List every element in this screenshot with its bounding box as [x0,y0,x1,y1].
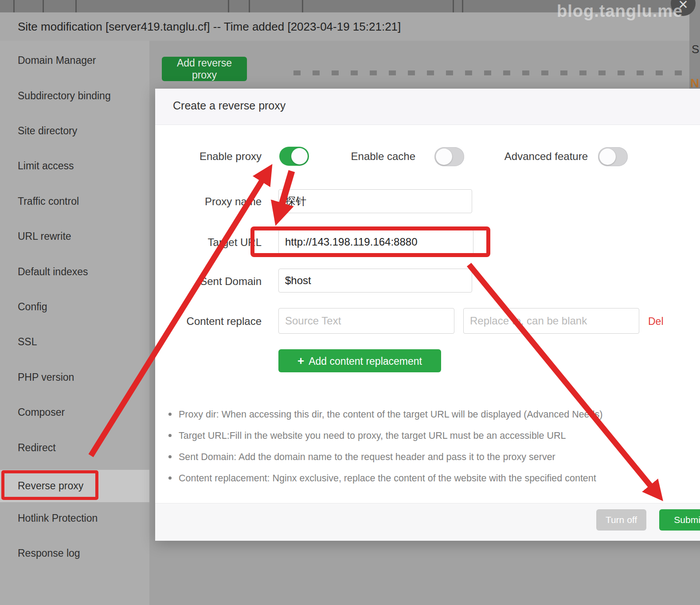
dialog-header: Create a reverse proxy [155,89,700,125]
note-proxy-dir: Proxy dir: When accessing this dir, the … [168,408,700,421]
sidebar-item-site-directory[interactable]: Site directory [18,123,77,138]
table-divider [75,0,77,12]
screen: Site modification [server419.tanglu.cf] … [0,0,700,605]
advanced-feature-toggle[interactable] [598,147,628,166]
toggle-knob [436,148,452,165]
sidebar-item-limit-access[interactable]: Limit access [18,158,74,173]
target-url-label: Target URL [155,235,262,250]
panel-title: Site modification [server419.tanglu.cf] … [18,12,401,41]
sidebar-item-subdirectory-binding[interactable]: Subdirectory binding [18,88,111,103]
sidebar-item-composer[interactable]: Composer [18,405,65,420]
bullet-icon [168,455,172,458]
annotation-box-reverse-proxy [1,470,98,500]
table-divider [462,0,463,12]
sidebar-item-url-rewrite[interactable]: URL rewrite [18,229,71,244]
enable-cache-label: Enable cache [328,149,415,164]
enable-proxy-toggle[interactable] [279,147,309,166]
dialog-title: Create a reverse proxy [173,99,285,112]
sidebar-item-config[interactable]: Config [18,299,47,314]
sidebar-item-domain-manager[interactable]: Domain Manager [18,53,96,68]
table-divider [453,0,454,12]
add-content-replacement-label: Add content replacement [309,355,422,367]
delete-replacement-link[interactable]: Del [648,315,664,328]
target-url-input[interactable] [278,230,473,254]
toggle-knob [599,148,616,165]
plus-icon: + [297,354,304,367]
table-divider [13,0,15,12]
sidebar-item-php-version[interactable]: PHP version [18,370,74,385]
watermark: blog.tanglu.me [557,2,683,21]
background-table-row [293,70,689,75]
add-reverse-proxy-button[interactable]: Add reverse proxy [162,57,247,81]
advanced-feature-label: Advanced feature [465,149,588,164]
sent-domain-label: Sent Domain [155,274,262,289]
background-text-fragment: S [692,43,699,56]
turn-off-button[interactable]: Turn off [596,509,646,531]
note-target-url: Target URL:Fill in the website you need … [168,429,700,442]
sent-domain-input[interactable] [278,269,472,293]
sidebar-item-hotlink-protection[interactable]: Hotlink Protection [18,511,98,526]
submit-button[interactable]: Submit [659,509,700,531]
dialog-footer: Turn off Submit [155,503,700,541]
note-sent-domain: Sent Domain: Add the domain name to the … [168,450,700,464]
bullet-icon [168,413,172,416]
proxy-name-label: Proxy name [155,194,262,209]
table-divider [43,0,44,12]
toggle-knob [291,148,308,164]
content-replace-label: Content replace [155,314,262,329]
note-content-replacement: Content replacement: Nginx exclusive, re… [168,472,700,485]
add-content-replacement-button[interactable]: +Add content replacement [278,349,441,372]
sidebar-item-traffic-control[interactable]: Traffic control [18,194,79,209]
table-divider [228,0,229,12]
enable-cache-toggle[interactable] [434,147,464,166]
bullet-icon [168,476,172,480]
sidebar-item-default-indexes[interactable]: Default indexes [18,264,88,279]
sidebar: Domain Manager Subdirectory binding Site… [0,41,149,605]
sidebar-item-response-log[interactable]: Response log [18,546,80,561]
sidebar-item-ssl[interactable]: SSL [18,334,37,349]
sidebar-item-redirect[interactable]: Redirect [18,440,56,455]
table-divider [249,0,250,12]
content-replace-source-input[interactable] [278,308,454,334]
content-replace-target-input[interactable] [463,308,639,334]
enable-proxy-label: Enable proxy [155,149,262,164]
bullet-icon [168,434,172,437]
table-divider [302,0,303,12]
proxy-name-input[interactable] [278,189,472,213]
create-reverse-proxy-dialog: Create a reverse proxy Enable proxy Enab… [155,89,700,541]
